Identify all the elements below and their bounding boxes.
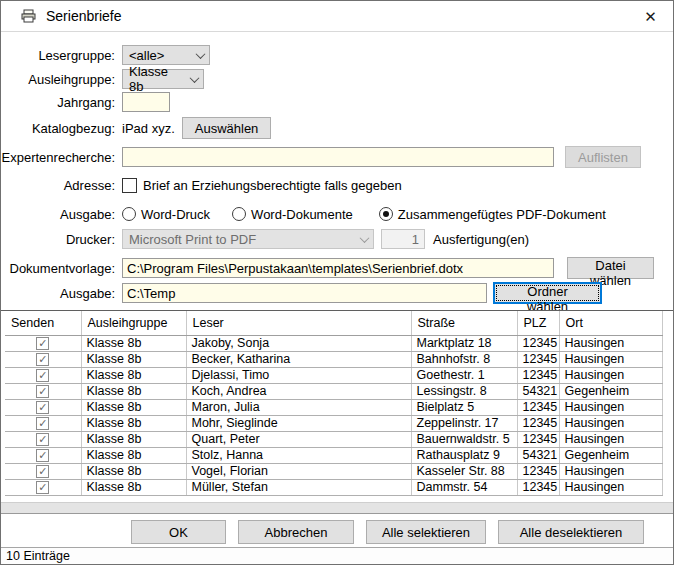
cell-plz: 12345 [517,415,559,431]
title-bar: Serienbriefe ✕ [1,1,673,32]
table-row[interactable]: ✓Klasse 8bDjelassi, TimoGoethestr. 11234… [5,367,662,383]
table-row[interactable]: ✓Klasse 8bJakoby, SonjaMarktplatz 181234… [5,335,662,351]
chevron-down-icon [190,73,200,83]
cell-ausleihgruppe: Klasse 8b [81,463,186,479]
cell-plz: 54321 [517,383,559,399]
auflisten-button: Auflisten [565,146,641,168]
check-icon: ✓ [38,353,47,365]
radio-word-druck[interactable]: Word-Druck [122,207,210,222]
select-all-button[interactable]: Alle selektieren [366,520,486,544]
table-row[interactable]: ✓Klasse 8bBecker, KatharinaBahnhofstr. 8… [5,351,662,367]
cell-leser: Becker, Katharina [186,351,411,367]
cell-senden: ✓ [5,415,81,431]
senden-checkbox[interactable]: ✓ [36,337,49,350]
copies-label: Ausfertigung(en) [433,232,529,247]
ok-button[interactable]: OK [131,520,226,544]
lesergruppe-label: Lesergruppe: [1,48,115,63]
senden-checkbox[interactable]: ✓ [36,385,49,398]
drucker-label: Drucker: [1,232,115,247]
cell-plz: 12345 [517,479,559,495]
senden-checkbox[interactable]: ✓ [36,465,49,478]
senden-checkbox[interactable]: ✓ [36,401,49,414]
cell-senden: ✓ [5,431,81,447]
jahrgang-label: Jahrgang: [1,95,115,110]
senden-checkbox[interactable]: ✓ [36,433,49,446]
row-drucker: Drucker: Microsoft Print to PDF Ausferti… [1,228,673,250]
cell-leser: Maron, Julia [186,399,411,415]
senden-checkbox[interactable]: ✓ [36,369,49,382]
ausgabe-ordner-input[interactable] [122,283,487,303]
cell-ort: Hausingen [559,415,662,431]
table-row[interactable]: ✓Klasse 8bMüller, StefanDammstr. 5412345… [5,479,662,495]
cell-plz: 12345 [517,463,559,479]
senden-checkbox[interactable]: ✓ [36,481,49,494]
adresse-checkbox[interactable] [122,178,137,193]
radio-icon [122,207,136,221]
ausleihgruppe-dropdown[interactable]: Klasse 8b [122,69,204,89]
form-section: Lesergruppe: <alle> Ausleihgruppe: Klass… [1,33,673,310]
cell-leser: Müller, Stefan [186,479,411,495]
check-icon: ✓ [38,385,47,397]
lesergruppe-dropdown[interactable]: <alle> [122,45,210,65]
cell-leser: Quart, Peter [186,431,411,447]
cell-plz: 12345 [517,335,559,351]
cell-plz: 12345 [517,431,559,447]
cell-plz: 12345 [517,367,559,383]
dokumentvorlage-input[interactable] [122,258,554,278]
cell-ausleihgruppe: Klasse 8b [81,383,186,399]
drucker-value: Microsoft Print to PDF [129,232,256,247]
reader-table: Senden Ausleihgruppe Leser Straße PLZ Or… [5,311,663,496]
radio-word-dokumente[interactable]: Word-Dokumente [232,207,353,222]
check-icon: ✓ [38,465,47,477]
cell-ort: Hausingen [559,399,662,415]
cell-ort: Gegenheim [559,447,662,463]
serienbriefe-dialog: Serienbriefe ✕ Lesergruppe: <alle> Ausle… [0,0,674,565]
check-icon: ✓ [38,337,47,349]
reader-table-panel: Senden Ausleihgruppe Leser Straße PLZ Or… [1,310,673,514]
cell-senden: ✓ [5,479,81,495]
check-icon: ✓ [38,401,47,413]
cell-leser: Mohr, Sieglinde [186,415,411,431]
col-ausleihgruppe[interactable]: Ausleihgruppe [81,311,186,335]
cell-strasse: Marktplatz 18 [411,335,517,351]
table-row[interactable]: ✓Klasse 8bMohr, SieglindeZeppelinstr. 17… [5,415,662,431]
row-ausgabe-art: Ausgabe: Word-Druck Word-Dokumente Zusam… [1,203,673,225]
senden-checkbox[interactable]: ✓ [36,353,49,366]
col-ort[interactable]: Ort [559,311,662,335]
table-row[interactable]: ✓Klasse 8bKoch, AndreaLessingstr. 854321… [5,383,662,399]
col-leser[interactable]: Leser [186,311,411,335]
radio-icon [232,207,246,221]
adresse-label: Adresse: [1,178,115,193]
senden-checkbox[interactable]: ✓ [36,417,49,430]
col-plz[interactable]: PLZ [517,311,559,335]
table-row[interactable]: ✓Klasse 8bMaron, JuliaBielplatz 512345Ha… [5,399,662,415]
cell-senden: ✓ [5,351,81,367]
table-row[interactable]: ✓Klasse 8bStolz, HannaRathausplatz 95432… [5,447,662,463]
horizontal-scrollbar[interactable] [1,502,673,513]
jahrgang-input[interactable] [122,92,170,112]
table-row[interactable]: ✓Klasse 8bVogel, FlorianKasseler Str. 88… [5,463,662,479]
cell-strasse: Rathausplatz 9 [411,447,517,463]
reader-table-body: ✓Klasse 8bJakoby, SonjaMarktplatz 181234… [5,335,662,495]
close-button[interactable]: ✕ [628,1,673,32]
cell-strasse: Dammstr. 54 [411,479,517,495]
auswaehlen-button[interactable]: Auswählen [182,117,271,139]
cell-ausleihgruppe: Klasse 8b [81,415,186,431]
deselect-all-button[interactable]: Alle deselektieren [498,520,644,544]
expertenrecherche-input[interactable] [122,147,554,167]
radio-pdf-dokument[interactable]: Zusammengefügtes PDF-Dokument [379,207,606,222]
table-row[interactable]: ✓Klasse 8bQuart, PeterBauernwaldstr. 512… [5,431,662,447]
col-strasse[interactable]: Straße [411,311,517,335]
cell-ort: Hausingen [559,479,662,495]
cell-ausleihgruppe: Klasse 8b [81,399,186,415]
row-ausleihgruppe: Ausleihgruppe: Klasse 8b [1,68,673,90]
senden-checkbox[interactable]: ✓ [36,449,49,462]
chevron-down-icon [360,233,370,243]
datei-waehlen-button[interactable]: Datei wählen [567,257,654,279]
cancel-button[interactable]: Abbrechen [238,520,354,544]
row-jahrgang: Jahrgang: [1,91,673,113]
col-senden[interactable]: Senden [5,311,81,335]
check-icon: ✓ [38,369,47,381]
katalogbezug-label: Katalogbezug: [1,121,115,136]
ordner-waehlen-button[interactable]: Ordner wählen [493,282,602,304]
